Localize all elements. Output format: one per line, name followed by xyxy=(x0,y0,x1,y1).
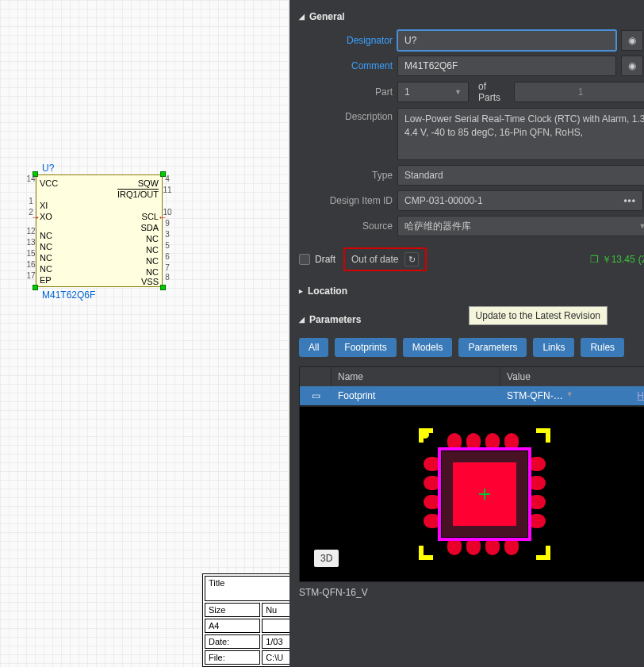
pin-number: 1 xyxy=(25,197,36,205)
pin-name: VCC xyxy=(36,178,61,188)
component-body[interactable]: 14VCC 1XI → 2XO 12NC 13NC 15NC 16NC 17EP… xyxy=(36,174,163,287)
part-value: 1 xyxy=(404,86,410,98)
pin-number: 17 xyxy=(25,271,36,280)
parts-total-field xyxy=(514,82,644,102)
part-label: Part xyxy=(299,86,393,98)
pin-number: 3 xyxy=(162,230,173,239)
section-general-header[interactable]: ◢General xyxy=(299,8,644,25)
pin-name: NC xyxy=(143,267,162,277)
component-comment: M41T62Q6F xyxy=(42,289,95,301)
properties-panel: ◢General Designator ◉ 🔒 Comment ◉ 🔒 Part… xyxy=(289,0,644,667)
section-location-header[interactable]: ▸Location xyxy=(299,282,644,300)
pin-name: VSS xyxy=(138,277,162,286)
chevron-down-icon: ▼ xyxy=(454,88,462,96)
pin-number: 9 xyxy=(162,219,173,228)
filter-footprints[interactable]: Footprints xyxy=(335,338,396,357)
parameters-table: Name Value ▭ Footprint STM-QFN-…▼Hide xyxy=(299,366,644,406)
part-select[interactable]: 1▼ xyxy=(397,82,469,102)
pin-name: NC xyxy=(36,242,56,251)
pin-name: SDA xyxy=(137,223,162,232)
price-info[interactable]: ❒ ￥13.45 (22k) xyxy=(590,250,644,269)
collapse-icon: ◢ xyxy=(299,316,305,324)
visibility-toggle-button[interactable]: ◉ xyxy=(621,56,643,76)
design-item-value: CMP-031-00000-1 xyxy=(404,195,483,206)
table-row[interactable]: ▭ Footprint STM-QFN-…▼Hide xyxy=(300,386,644,405)
type-value: Standard xyxy=(404,170,443,181)
pin-number: 5 xyxy=(162,241,173,250)
source-select[interactable]: 哈萨维的器件库▼ xyxy=(397,216,644,236)
chevron-down-icon: ▼ xyxy=(566,390,573,401)
row-name: Footprint xyxy=(332,386,500,405)
comment-input[interactable] xyxy=(397,56,616,76)
filter-links[interactable]: Links xyxy=(533,338,574,357)
schematic-canvas[interactable]: U? 14VCC 1XI → 2XO 12NC 13NC 15NC 16NC 1… xyxy=(0,0,289,667)
footprint-icon: ▭ xyxy=(300,386,332,405)
pin-number: 13 xyxy=(25,238,36,247)
refresh-button[interactable]: ↻ xyxy=(404,252,419,266)
source-label: Source xyxy=(299,220,393,232)
chevron-down-icon: ▼ xyxy=(638,222,644,230)
out-of-date-text: Out of date xyxy=(351,254,398,265)
pin-name: NC xyxy=(143,234,162,243)
pin-name: IRQ1/OUT xyxy=(114,190,162,199)
filter-rules[interactable]: Rules xyxy=(581,338,624,357)
tooltip: Update to the Latest Revision xyxy=(469,306,608,325)
ofparts-text: of Parts xyxy=(473,81,509,103)
type-select[interactable]: Standard▼ xyxy=(397,165,644,186)
more-icon: ••• xyxy=(623,195,636,206)
title-block-file-lbl: File: xyxy=(205,650,260,665)
comment-label[interactable]: Comment xyxy=(299,60,393,71)
pin-number: 14 xyxy=(25,174,36,183)
filter-models[interactable]: Models xyxy=(403,338,453,357)
stock-value: (22k) xyxy=(638,254,644,265)
parameter-filter-row: All Footprints Models Parameters Links R… xyxy=(289,332,644,363)
col-blank[interactable] xyxy=(300,367,332,386)
pin-number: 6 xyxy=(162,252,173,261)
designator-label[interactable]: Designator xyxy=(299,35,393,46)
pin-number: 12 xyxy=(25,227,36,236)
pin-number: 7 xyxy=(162,263,173,272)
pin-number: 4 xyxy=(162,174,173,183)
source-value: 哈萨维的器件库 xyxy=(404,220,471,233)
pin-name: NC xyxy=(143,245,162,255)
visibility-toggle-button[interactable]: ◉ xyxy=(621,30,643,51)
design-item-field[interactable]: CMP-031-00000-1••• xyxy=(397,190,643,211)
type-label: Type xyxy=(299,170,393,181)
filter-parameters[interactable]: Parameters xyxy=(458,338,527,357)
title-block-date-lbl: Date: xyxy=(205,634,260,649)
col-name[interactable]: Name xyxy=(332,367,500,386)
section-title: General xyxy=(309,11,345,22)
pin-name: SQW xyxy=(135,178,162,188)
designator-input[interactable] xyxy=(397,30,616,51)
pin-name: NC xyxy=(36,264,56,274)
section-title: Location xyxy=(308,286,347,297)
pin-name: XO xyxy=(36,212,56,221)
pin-name: NC xyxy=(36,253,56,263)
expand-icon: ▸ xyxy=(299,287,303,295)
pin-number: 15 xyxy=(25,249,36,258)
pin-number: 8 xyxy=(162,273,173,282)
pin-number: 16 xyxy=(25,260,36,269)
col-value[interactable]: Value xyxy=(500,367,644,386)
pin-name: NC xyxy=(143,256,162,266)
price-value: ￥13.45 xyxy=(602,253,635,266)
draft-checkbox[interactable] xyxy=(299,254,310,265)
filter-all[interactable]: All xyxy=(299,338,328,357)
section-title: Parameters xyxy=(309,314,361,325)
resize-handle[interactable] xyxy=(33,285,38,290)
row-value: STM-QFN-… xyxy=(507,390,563,401)
description-label: Description xyxy=(299,108,393,122)
description-textarea[interactable]: Low-Power Serial Real-Time Clock (RTC) w… xyxy=(397,108,644,160)
draft-label: Draft xyxy=(315,254,335,265)
out-of-date-badge: Out of date ↻ xyxy=(343,247,427,271)
footprint-preview[interactable]: 3D xyxy=(299,406,644,582)
hide-link[interactable]: Hide xyxy=(637,390,644,401)
component-designator: U? xyxy=(42,163,54,174)
title-block-size-lbl: Size xyxy=(205,603,260,617)
cube-icon: ❒ xyxy=(590,254,599,265)
pin-number: 2 xyxy=(25,208,36,217)
pin-number: 11 xyxy=(162,186,173,194)
3d-view-button[interactable]: 3D xyxy=(314,550,339,567)
pin-name: XI xyxy=(36,201,51,210)
footprint-name: STM-QFN-16_V xyxy=(289,582,644,603)
